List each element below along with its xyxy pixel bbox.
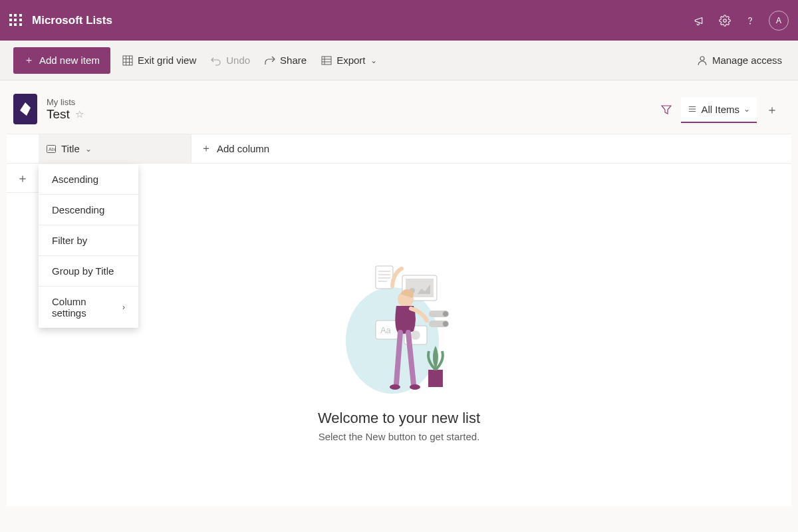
grid-icon [122, 55, 133, 66]
add-new-item-button[interactable]: ＋ Add new item [13, 47, 110, 74]
svg-point-24 [411, 331, 420, 340]
column-settings-label: Column settings [52, 296, 122, 319]
chevron-down-icon: ⌄ [370, 56, 377, 65]
empty-title: Welcome to your new list [318, 410, 480, 427]
svg-point-1 [750, 23, 751, 24]
chevron-right-icon: › [122, 303, 125, 312]
svg-point-28 [443, 321, 448, 327]
svg-point-36 [410, 384, 420, 390]
svg-text:Aa: Aa [380, 325, 392, 335]
empty-illustration: Aa [339, 254, 459, 400]
undo-button[interactable]: Undo [208, 51, 253, 70]
list-header: My lists Test ☆ All Items ⌄ ＋ [0, 80, 798, 134]
header-right: A [693, 11, 789, 31]
view-label: All Items [701, 104, 739, 115]
svg-rect-37 [428, 370, 443, 387]
avatar-initial: A [776, 16, 781, 25]
chevron-down-icon: ⌄ [743, 104, 750, 114]
command-bar: ＋ Add new item Exit grid view Undo Share… [0, 41, 798, 80]
help-icon[interactable] [743, 14, 757, 27]
text-field-icon: Abc [47, 145, 56, 153]
share-button[interactable]: Share [262, 51, 309, 70]
grid-area: Abc Title ⌄ ＋ Add column ＋ Ascending Des… [7, 134, 791, 506]
ascending-label: Ascending [52, 174, 98, 185]
empty-state: Aa [318, 254, 480, 442]
settings-icon[interactable] [718, 14, 732, 27]
undo-label: Undo [226, 55, 250, 66]
column-headers: Abc Title ⌄ ＋ Add column [7, 134, 791, 164]
svg-point-35 [390, 384, 400, 390]
svg-point-0 [724, 19, 727, 22]
column-context-menu: Ascending Descending Filter by Group by … [39, 164, 138, 328]
plus-icon: ＋ [201, 142, 211, 156]
filter-button[interactable] [654, 98, 678, 122]
export-label: Export [336, 55, 365, 66]
person-icon [697, 55, 708, 66]
add-view-button[interactable]: ＋ [759, 95, 785, 124]
descending-label: Descending [52, 204, 104, 215]
export-icon [321, 55, 332, 66]
user-avatar[interactable]: A [769, 11, 789, 31]
empty-subtitle: Select the New button to get started. [319, 431, 480, 442]
header-left: Microsoft Lists [9, 14, 112, 27]
app-title: Microsoft Lists [32, 14, 112, 27]
share-icon [265, 55, 275, 66]
list-name-row: Test ☆ [47, 107, 84, 122]
toolbar-left: ＋ Add new item Exit grid view Undo Share… [13, 47, 380, 74]
add-row-button[interactable]: ＋ [7, 164, 39, 193]
list-name: Test [47, 107, 70, 122]
view-selector[interactable]: All Items ⌄ [681, 97, 757, 123]
row-selector-gutter [7, 134, 39, 163]
toolbar-right: Manage access [694, 51, 785, 70]
plus-icon: ＋ [766, 102, 778, 118]
svg-rect-2 [123, 56, 132, 65]
menu-item-group-by[interactable]: Group by Title [39, 256, 138, 287]
view-controls: All Items ⌄ ＋ [654, 95, 785, 124]
list-icon [13, 94, 37, 124]
manage-access-label: Manage access [712, 55, 782, 66]
add-column-label: Add column [217, 143, 269, 154]
export-button[interactable]: Export ⌄ [319, 51, 379, 70]
exit-grid-label: Exit grid view [138, 55, 196, 66]
svg-point-27 [443, 311, 448, 317]
megaphone-icon[interactable] [693, 14, 706, 27]
title-column-label: Title [61, 143, 80, 154]
column-header-title[interactable]: Abc Title ⌄ [39, 134, 192, 163]
svg-rect-7 [322, 57, 331, 65]
filter-icon [661, 104, 672, 115]
menu-item-ascending[interactable]: Ascending [39, 164, 138, 195]
exit-grid-view-button[interactable]: Exit grid view [120, 51, 199, 70]
list-text: My lists Test ☆ [47, 97, 84, 122]
manage-access-button[interactable]: Manage access [694, 51, 785, 70]
app-header: Microsoft Lists A [0, 0, 798, 41]
plus-icon: ＋ [24, 54, 34, 66]
add-column-button[interactable]: ＋ Add column [192, 134, 279, 163]
list-icon-small [688, 104, 697, 114]
menu-item-column-settings[interactable]: Column settings › [39, 287, 138, 328]
favorite-star-icon[interactable]: ☆ [75, 108, 84, 120]
chevron-down-icon: ⌄ [85, 144, 92, 154]
filter-by-label: Filter by [52, 235, 87, 246]
app-launcher-icon[interactable] [9, 14, 23, 27]
list-info: My lists Test ☆ [13, 94, 84, 124]
group-by-label: Group by Title [52, 265, 114, 277]
share-label: Share [280, 55, 307, 66]
menu-item-filter-by[interactable]: Filter by [39, 225, 138, 256]
undo-icon [211, 55, 221, 66]
svg-point-11 [700, 57, 704, 61]
svg-text:Abc: Abc [49, 147, 56, 152]
add-item-label: Add new item [39, 55, 100, 66]
breadcrumb[interactable]: My lists [47, 97, 84, 107]
menu-item-descending[interactable]: Descending [39, 195, 138, 225]
